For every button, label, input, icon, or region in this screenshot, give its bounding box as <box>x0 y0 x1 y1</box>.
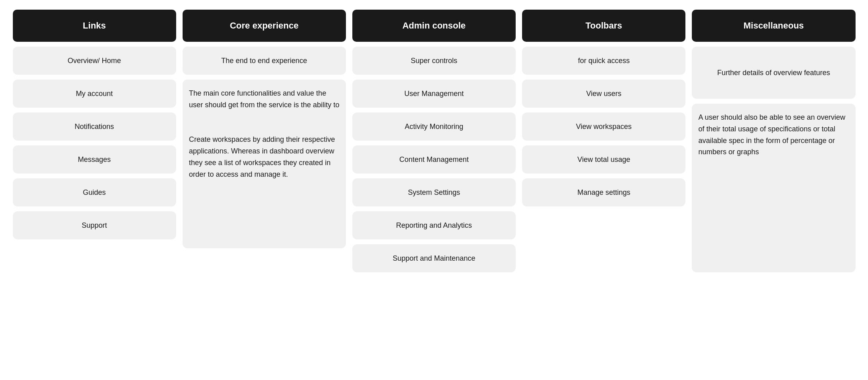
cell-core-description: The main core functionalities and value … <box>183 80 346 248</box>
cell-guides: Guides <box>13 178 176 206</box>
cell-view-workspaces: View workspaces <box>522 112 685 141</box>
cell-user-management: User Management <box>352 80 516 108</box>
cell-messages: Messages <box>13 145 176 174</box>
column-header-admin-console: Admin console <box>352 10 516 42</box>
column-links: LinksOverview/ HomeMy accountNotificatio… <box>13 10 176 272</box>
column-admin-console: Admin consoleSuper controlsUser Manageme… <box>352 10 516 272</box>
cell-manage-settings: Manage settings <box>522 178 685 206</box>
cell-overview-home: Overview/ Home <box>13 47 176 75</box>
columns-grid: LinksOverview/ HomeMy accountNotificatio… <box>13 10 856 272</box>
cell-quick-access: for quick access <box>522 47 685 75</box>
column-header-core-experience: Core experience <box>183 10 346 42</box>
cell-my-account: My account <box>13 80 176 108</box>
main-table: LinksOverview/ HomeMy accountNotificatio… <box>13 10 856 272</box>
cell-notifications: Notifications <box>13 112 176 141</box>
cell-overview-features: Further details of overview features <box>692 47 855 99</box>
column-header-links: Links <box>13 10 176 42</box>
cell-misc-description: A user should also be able to see an ove… <box>692 104 855 272</box>
cell-view-users: View users <box>522 80 685 108</box>
cell-content-management: Content Management <box>352 145 516 174</box>
column-miscellaneous: MiscellaneousFurther details of overview… <box>692 10 855 272</box>
cell-view-total-usage: View total usage <box>522 145 685 174</box>
cell-system-settings: System Settings <box>352 178 516 206</box>
cell-end-to-end: The end to end experience <box>183 47 346 75</box>
cell-support: Support <box>13 211 176 239</box>
column-header-toolbars: Toolbars <box>522 10 685 42</box>
column-header-miscellaneous: Miscellaneous <box>692 10 855 42</box>
column-core-experience: Core experienceThe end to end experience… <box>183 10 346 272</box>
cell-super-controls: Super controls <box>352 47 516 75</box>
cell-reporting-analytics: Reporting and Analytics <box>352 211 516 239</box>
cell-support-maintenance: Support and Maintenance <box>352 244 516 272</box>
cell-activity-monitoring: Activity Monitoring <box>352 112 516 141</box>
column-toolbars: Toolbarsfor quick accessView usersView w… <box>522 10 685 272</box>
